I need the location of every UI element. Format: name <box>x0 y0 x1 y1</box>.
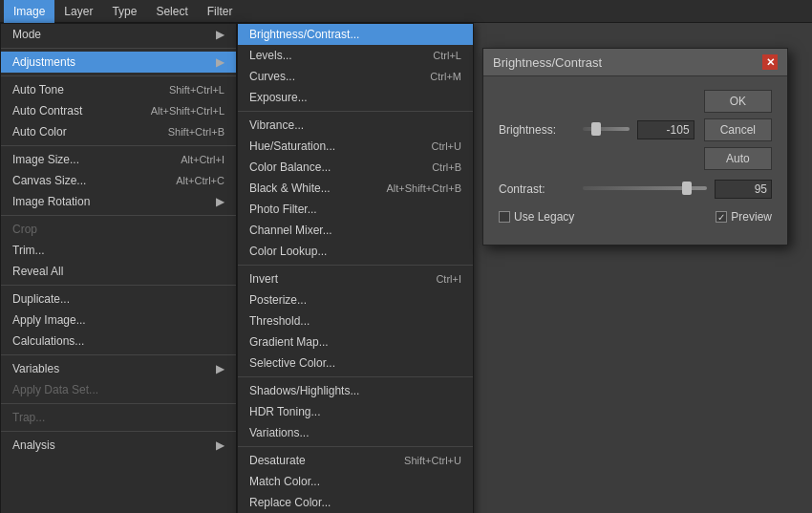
adj-photo-filter[interactable]: Photo Filter... <box>238 199 473 220</box>
menu-item-variables[interactable]: Variables ▶ <box>1 358 236 379</box>
separator <box>238 376 473 377</box>
brightness-slider[interactable] <box>583 127 630 133</box>
use-legacy-label: Use Legacy <box>514 210 574 224</box>
separator <box>1 403 236 404</box>
contrast-label: Contrast: <box>499 182 575 196</box>
arrow-icon: ▶ <box>216 438 224 452</box>
arrow-icon: ▶ <box>216 55 224 69</box>
menu-item-calculations[interactable]: Calculations... <box>1 331 236 352</box>
adj-brightness-contrast[interactable]: Brightness/Contrast... <box>238 24 473 45</box>
preview-label: Preview <box>731 210 772 224</box>
dialog-title: Brightness/Contrast <box>493 55 602 70</box>
image-dropdown: Mode ▶ Adjustments ▶ Auto Tone Shift+Ctr… <box>0 23 237 513</box>
adjustments-submenu: Brightness/Contrast... Levels... Ctrl+L … <box>237 23 474 513</box>
contrast-track <box>583 186 707 190</box>
adj-levels[interactable]: Levels... Ctrl+L <box>238 45 473 66</box>
contrast-input[interactable] <box>715 180 772 199</box>
menu-item-analysis[interactable]: Analysis ▶ <box>1 435 236 456</box>
contrast-thumb[interactable] <box>682 182 692 195</box>
use-legacy-row: Use Legacy <box>499 210 574 224</box>
adj-exposure[interactable]: Exposure... <box>238 87 473 108</box>
separator <box>238 265 473 266</box>
contrast-slider[interactable] <box>583 186 707 192</box>
menu-item-image-rotation[interactable]: Image Rotation ▶ <box>1 191 236 212</box>
adj-channel-mixer[interactable]: Channel Mixer... <box>238 220 473 241</box>
separator <box>238 446 473 447</box>
menu-select[interactable]: Select <box>146 0 197 23</box>
dialog-close-button[interactable]: ✕ <box>762 54 778 70</box>
brightness-track <box>583 127 630 131</box>
menu-bar: Image Layer Type Select Filter <box>0 0 812 23</box>
brightness-thumb[interactable] <box>591 122 601 136</box>
dialog-buttons: OK Cancel Auto <box>704 90 772 170</box>
menu-image[interactable]: Image <box>4 0 54 23</box>
dialog-bottom: Use Legacy Preview <box>499 210 772 231</box>
preview-row: Preview <box>716 210 772 224</box>
adj-selective-color[interactable]: Selective Color... <box>238 353 473 374</box>
menu-item-image-size[interactable]: Image Size... Alt+Ctrl+I <box>1 149 236 170</box>
arrow-icon: ▶ <box>216 28 224 41</box>
use-legacy-checkbox[interactable] <box>499 211 510 223</box>
separator <box>1 285 236 286</box>
adj-threshold[interactable]: Threshold... <box>238 310 473 331</box>
separator <box>1 431 236 432</box>
dropdown-menus: Mode ▶ Adjustments ▶ Auto Tone Shift+Ctr… <box>0 23 474 513</box>
ok-button[interactable]: OK <box>704 90 772 113</box>
brightness-row: Brightness: OK Cancel Auto <box>499 90 772 170</box>
adj-gradient-map[interactable]: Gradient Map... <box>238 331 473 353</box>
menu-layer[interactable]: Layer <box>54 0 102 23</box>
menu-item-reveal-all[interactable]: Reveal All <box>1 261 236 282</box>
adj-shadows-highlights[interactable]: Shadows/Highlights... <box>238 380 473 401</box>
menu-item-trap: Trap... <box>1 407 236 428</box>
adj-hue-saturation[interactable]: Hue/Saturation... Ctrl+U <box>238 136 473 157</box>
menu-item-mode[interactable]: Mode ▶ <box>1 24 236 45</box>
brightness-input[interactable] <box>637 120 694 139</box>
contrast-row: Contrast: <box>499 180 772 199</box>
dialog-titlebar: Brightness/Contrast ✕ <box>483 49 787 76</box>
adj-desaturate[interactable]: Desaturate Shift+Ctrl+U <box>238 450 473 471</box>
adj-invert[interactable]: Invert Ctrl+I <box>238 268 473 289</box>
separator <box>1 354 236 355</box>
separator <box>1 48 236 49</box>
menu-item-adjustments[interactable]: Adjustments ▶ <box>1 52 236 73</box>
menu-filter[interactable]: Filter <box>198 0 243 23</box>
menu-item-duplicate[interactable]: Duplicate... <box>1 289 236 310</box>
brightness-label: Brightness: <box>499 123 575 137</box>
separator <box>1 215 236 216</box>
adj-curves[interactable]: Curves... Ctrl+M <box>238 66 473 87</box>
brightness-contrast-dialog: Brightness/Contrast ✕ Brightness: OK Can… <box>482 48 788 246</box>
adj-vibrance[interactable]: Vibrance... <box>238 115 473 136</box>
arrow-icon: ▶ <box>216 362 224 375</box>
adj-variations[interactable]: Variations... <box>238 422 473 443</box>
adj-replace-color[interactable]: Replace Color... <box>238 492 473 513</box>
separator <box>1 75 236 76</box>
adj-hdr-toning[interactable]: HDR Toning... <box>238 401 473 422</box>
menu-item-apply-data-set: Apply Data Set... <box>1 379 236 400</box>
separator <box>238 111 473 112</box>
menu-type[interactable]: Type <box>102 0 146 23</box>
adj-posterize[interactable]: Posterize... <box>238 289 473 310</box>
separator <box>1 145 236 146</box>
menu-item-auto-tone[interactable]: Auto Tone Shift+Ctrl+L <box>1 79 236 100</box>
cancel-button[interactable]: Cancel <box>704 118 772 141</box>
adj-black-white[interactable]: Black & White... Alt+Shift+Ctrl+B <box>238 178 473 199</box>
arrow-icon: ▶ <box>216 195 224 208</box>
menu-item-auto-color[interactable]: Auto Color Shift+Ctrl+B <box>1 121 236 142</box>
adj-color-balance[interactable]: Color Balance... Ctrl+B <box>238 157 473 178</box>
adj-color-lookup[interactable]: Color Lookup... <box>238 241 473 262</box>
auto-button[interactable]: Auto <box>704 147 772 170</box>
menu-item-trim[interactable]: Trim... <box>1 240 236 261</box>
dialog-body: Brightness: OK Cancel Auto Contrast: <box>483 76 787 245</box>
menu-item-apply-image[interactable]: Apply Image... <box>1 310 236 331</box>
adj-match-color[interactable]: Match Color... <box>238 471 473 492</box>
menu-item-canvas-size[interactable]: Canvas Size... Alt+Ctrl+C <box>1 170 236 191</box>
menu-item-crop: Crop <box>1 219 236 240</box>
preview-checkbox[interactable] <box>716 211 727 223</box>
menu-item-auto-contrast[interactable]: Auto Contrast Alt+Shift+Ctrl+L <box>1 100 236 121</box>
